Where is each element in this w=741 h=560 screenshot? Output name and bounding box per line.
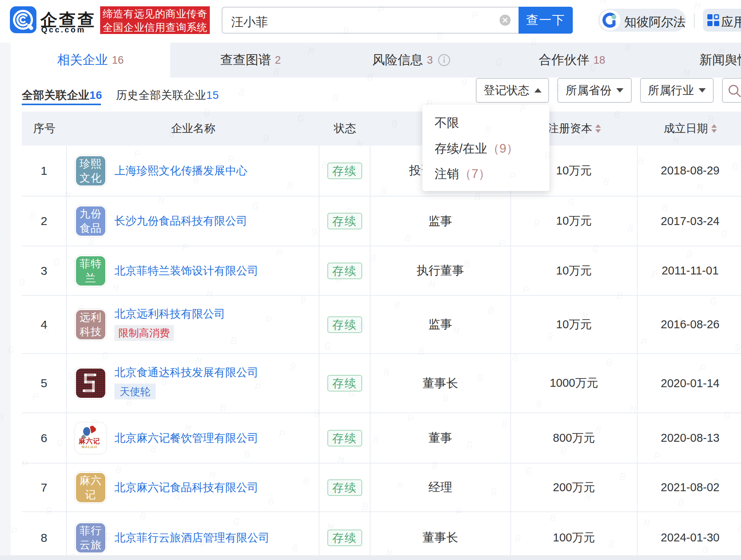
svg-text:麻六记: 麻六记 bbox=[78, 437, 100, 445]
svg-text:MALUJI: MALUJI bbox=[82, 445, 97, 449]
